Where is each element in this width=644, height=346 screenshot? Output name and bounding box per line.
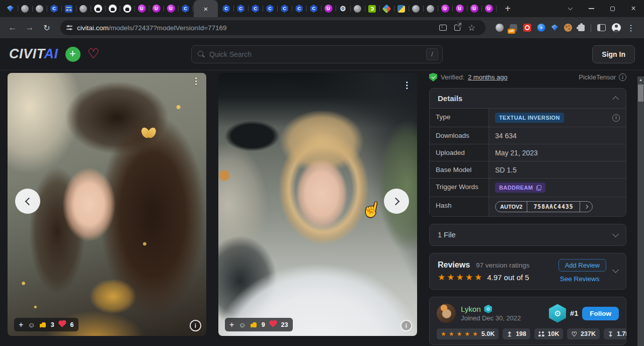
- info-icon[interactable]: [619, 73, 626, 81]
- pinned-tab-globe[interactable]: [18, 0, 32, 17]
- add-review-button[interactable]: Add Review: [558, 259, 606, 272]
- creator-stat-download[interactable]: ↧1.7M: [604, 328, 626, 339]
- heart-count[interactable]: 23: [281, 321, 288, 328]
- profile-avatar-icon[interactable]: [612, 23, 621, 32]
- pinned-tab-apps[interactable]: [61, 0, 76, 17]
- pinned-tab-nvidia[interactable]: [365, 0, 379, 17]
- pinned-tab-umag[interactable]: [164, 0, 178, 17]
- bookmark-star-icon[interactable]: ☆: [468, 24, 475, 32]
- image-info-icon[interactable]: [190, 320, 201, 331]
- pinned-tab-civitai[interactable]: [277, 0, 292, 17]
- type-badge[interactable]: TEXTUAL INVERSION: [495, 113, 564, 123]
- image-menu-icon[interactable]: [192, 76, 200, 86]
- pinned-tab-umag[interactable]: [149, 0, 164, 17]
- quick-search-bar[interactable]: /: [191, 45, 443, 63]
- pinned-tab-umag[interactable]: [438, 0, 452, 17]
- extension-red-o-icon[interactable]: [523, 24, 531, 32]
- reload-icon[interactable]: ↻: [38, 19, 55, 36]
- pinned-tab-git[interactable]: [379, 0, 394, 17]
- install-app-icon[interactable]: [439, 25, 447, 31]
- heart-reaction-icon[interactable]: [59, 321, 65, 327]
- pinned-tab-civitai[interactable]: [47, 0, 61, 17]
- page-scrollbar[interactable]: [637, 76, 644, 346]
- creator-stat-stars[interactable]: ★★★★★5.0K: [437, 328, 499, 339]
- info-icon[interactable]: [612, 114, 620, 122]
- sign-in-button[interactable]: Sign In: [592, 45, 635, 63]
- search-input[interactable]: [209, 50, 421, 58]
- carousel-prev-button[interactable]: [15, 189, 40, 214]
- add-reaction-icon[interactable]: [19, 321, 23, 329]
- verified-time-link[interactable]: 2 months ago: [468, 73, 508, 81]
- tab-close-icon[interactable]: ×: [204, 5, 208, 13]
- follow-button[interactable]: Follow: [582, 307, 619, 320]
- address-bar[interactable]: civitai.com/models/72437?modelVersionId=…: [60, 20, 486, 35]
- pinned-tab-gear[interactable]: [336, 0, 350, 17]
- creator-stat-users[interactable]: 10K: [534, 328, 563, 339]
- tab-search-icon[interactable]: [559, 0, 581, 17]
- minimize-icon[interactable]: [581, 0, 602, 17]
- image-info-icon[interactable]: [400, 320, 412, 331]
- pinned-tab-umag[interactable]: [481, 0, 496, 17]
- files-header[interactable]: 1 File: [430, 224, 626, 245]
- pinned-tab-globe[interactable]: [350, 0, 365, 17]
- pinned-tab-umag[interactable]: [134, 0, 149, 17]
- pinned-tab-civitai[interactable]: [178, 0, 193, 17]
- creator-stat-upload[interactable]: ↥198: [503, 328, 530, 339]
- creator-avatar[interactable]: [437, 304, 456, 323]
- browser-menu-icon[interactable]: [627, 23, 635, 33]
- hash-value[interactable]: 758AAC4435: [527, 202, 579, 212]
- create-plus-button[interactable]: [65, 47, 80, 62]
- carousel-next-button[interactable]: [384, 189, 409, 214]
- side-panel-icon[interactable]: [597, 24, 606, 31]
- site-settings-icon[interactable]: [66, 26, 72, 30]
- share-icon[interactable]: [454, 25, 460, 31]
- extension-gem-icon[interactable]: [551, 25, 558, 31]
- pinned-tab-github[interactable]: [120, 0, 134, 17]
- thumbs-up-count[interactable]: 9: [262, 321, 265, 328]
- thumbs-up-icon[interactable]: [40, 322, 46, 327]
- extension-sphere-icon[interactable]: [496, 24, 504, 32]
- pinned-tab-civitai[interactable]: [248, 0, 263, 17]
- heart-count[interactable]: 6: [70, 321, 74, 328]
- pinned-tab-umag[interactable]: [321, 0, 336, 17]
- add-reaction-icon[interactable]: [229, 321, 234, 329]
- pinned-tab-github[interactable]: [91, 0, 105, 17]
- heart-reaction-icon[interactable]: [270, 321, 276, 327]
- extensions-puzzle-icon[interactable]: [578, 25, 585, 31]
- extension-blue-globe-icon[interactable]: [537, 24, 545, 32]
- pinned-tab-civitai[interactable]: [233, 0, 248, 17]
- forward-icon[interactable]: →: [21, 19, 38, 36]
- pinned-tab-globe[interactable]: [32, 0, 47, 17]
- thumbs-up-count[interactable]: 3: [51, 321, 54, 328]
- emoji-icon[interactable]: [28, 321, 35, 328]
- pinned-tab-civitai[interactable]: [263, 0, 277, 17]
- hash-pill[interactable]: AUTOV2 758AAC4435: [495, 201, 593, 212]
- pinned-tab-umag[interactable]: [452, 0, 467, 17]
- scroll-up-icon[interactable]: [637, 78, 644, 81]
- pinned-tab-civitai[interactable]: [292, 0, 306, 17]
- hash-next-icon[interactable]: [580, 202, 592, 212]
- thumbs-up-icon[interactable]: [251, 322, 257, 327]
- pinned-tab-globe[interactable]: [423, 0, 438, 17]
- civitai-logo[interactable]: CIVITAI: [9, 46, 58, 62]
- pinned-tab-civitai[interactable]: [306, 0, 321, 17]
- extension-blocker-icon[interactable]: off: [510, 24, 517, 32]
- emoji-icon[interactable]: [238, 321, 246, 328]
- see-reviews-link[interactable]: See Reviews: [558, 275, 600, 283]
- extension-cookie-icon[interactable]: [564, 24, 572, 32]
- pinned-tab-globe[interactable]: [409, 0, 423, 17]
- back-icon[interactable]: ←: [4, 19, 21, 36]
- chevron-down-icon[interactable]: [612, 231, 619, 237]
- maximize-icon[interactable]: [602, 0, 623, 17]
- new-tab-button[interactable]: +: [500, 1, 515, 16]
- creator-stat-heart[interactable]: ♡237K: [567, 328, 600, 339]
- pinned-tab-python[interactable]: [394, 0, 409, 17]
- chevron-down-icon[interactable]: [612, 267, 619, 273]
- pinned-tab-civitai[interactable]: [219, 0, 233, 17]
- creator-name-link[interactable]: Lykon: [461, 305, 480, 313]
- trigger-word-badge[interactable]: BADDREAM: [495, 183, 545, 193]
- chevron-up-icon[interactable]: [612, 96, 619, 103]
- pinned-tab-globe[interactable]: [76, 0, 91, 17]
- pinned-tab-github[interactable]: [105, 0, 120, 17]
- details-header[interactable]: Details: [430, 89, 626, 108]
